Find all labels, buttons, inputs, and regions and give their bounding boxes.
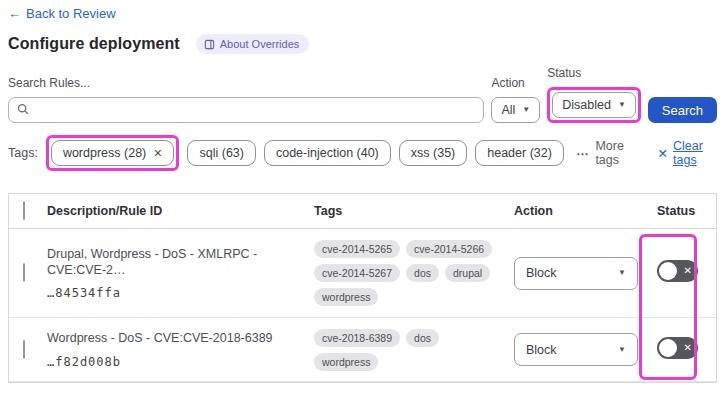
search-rules-label: Search Rules...	[8, 76, 484, 90]
tag-pill: cve-2014-5265	[314, 240, 400, 258]
rule-tags: cve-2014-5265 cve-2014-5266 cve-2014-526…	[314, 240, 514, 306]
column-header-description: Description/Rule ID	[47, 204, 314, 218]
status-label: Status	[547, 66, 641, 80]
action-value: Block	[526, 343, 557, 357]
action-dropdown[interactable]: Block ▼	[514, 333, 638, 366]
clear-x-icon: ✕	[658, 146, 668, 161]
tags-bar: Tags: wordpress (28) ✕ sqli (63) code-in…	[8, 135, 717, 171]
tag-pill: dos	[406, 329, 439, 347]
toggle-off-icon: ✕	[684, 266, 692, 276]
toggle-knob	[659, 262, 677, 280]
tag-pill: wordpress	[314, 353, 378, 371]
action-value: Block	[526, 266, 557, 280]
rule-tags: cve-2018-6389 dos wordpress	[314, 329, 514, 371]
search-rules-box[interactable]	[8, 97, 484, 123]
filter-row: Search Rules... Action All ▼ Status Disa…	[8, 66, 717, 123]
tag-chip-label: header (32)	[487, 146, 552, 160]
tag-chip-label: sqli (63)	[199, 146, 243, 160]
toggle-off-icon: ✕	[684, 343, 692, 353]
tag-pill: cve-2018-6389	[314, 329, 400, 347]
table-row: Wordpress - DoS - CVE:CVE-2018-6389 …f82…	[9, 318, 716, 382]
action-dropdown[interactable]: Block ▼	[514, 257, 638, 290]
tag-pill: drupal	[445, 264, 490, 282]
column-header-status: Status	[657, 204, 716, 218]
tag-pill: cve-2014-5266	[406, 240, 492, 258]
chevron-down-icon: ▼	[618, 346, 626, 354]
toggle-knob	[659, 339, 677, 357]
remove-tag-icon[interactable]: ✕	[153, 147, 162, 160]
rules-table: Description/Rule ID Tags Action Status D…	[8, 193, 717, 383]
rule-description: Wordpress - DoS - CVE:CVE-2018-6389	[47, 330, 300, 346]
search-rules-input[interactable]	[35, 103, 475, 117]
page-header: Configure deployment About Overrides	[8, 34, 717, 54]
search-button[interactable]: Search	[648, 97, 717, 123]
table-row: Drupal, Wordpress - DoS - XMLRPC - CVE:C…	[9, 229, 716, 318]
chevron-down-icon: ▼	[522, 106, 530, 114]
rule-id: …84534ffa	[47, 286, 300, 300]
clear-tags-button[interactable]: ✕ Clear tags	[658, 139, 717, 167]
tag-chip-label: wordpress (28)	[63, 146, 146, 160]
tag-chip-xss[interactable]: xss (35)	[399, 140, 467, 166]
column-header-action: Action	[514, 204, 657, 218]
chevron-down-icon: ▼	[618, 269, 626, 277]
tag-chip-label: code-injection (40)	[276, 146, 379, 160]
about-overrides-badge[interactable]: About Overrides	[196, 34, 309, 54]
row-checkbox[interactable]	[23, 263, 25, 282]
about-overrides-label: About Overrides	[220, 38, 299, 50]
tag-pill: wordpress	[314, 288, 378, 306]
status-filter-dropdown[interactable]: Disabled ▼	[552, 92, 636, 118]
tag-pill: dos	[406, 264, 439, 282]
status-toggle[interactable]: ✕	[657, 260, 698, 282]
tag-chip-label: xss (35)	[411, 146, 455, 160]
rule-description: Drupal, Wordpress - DoS - XMLRPC - CVE:C…	[47, 246, 300, 279]
back-arrow-icon: ←	[8, 6, 21, 21]
row-checkbox[interactable]	[23, 340, 25, 359]
more-tags-button[interactable]: ⋯ More tags	[576, 139, 638, 167]
tag-chip-sqli[interactable]: sqli (63)	[187, 140, 255, 166]
select-all-checkbox[interactable]	[23, 201, 25, 220]
status-highlight-box: Disabled ▼	[547, 87, 641, 123]
page-title: Configure deployment	[8, 35, 180, 53]
status-toggle[interactable]: ✕	[657, 337, 698, 359]
ellipsis-icon: ⋯	[576, 146, 590, 161]
action-filter-value: All	[501, 103, 515, 117]
tag-chip-wordpress[interactable]: wordpress (28) ✕	[51, 140, 175, 166]
rule-id: …f82d008b	[47, 355, 300, 369]
tag-pill: cve-2014-5267	[314, 264, 400, 282]
more-tags-label: More tags	[595, 139, 637, 167]
action-filter-dropdown[interactable]: All ▼	[491, 97, 540, 123]
action-label: Action	[491, 76, 540, 90]
book-icon	[204, 39, 215, 50]
clear-tags-label: Clear tags	[673, 139, 717, 167]
tag-chip-header[interactable]: header (32)	[475, 140, 564, 166]
table-header-row: Description/Rule ID Tags Action Status	[9, 194, 716, 229]
tags-label: Tags:	[8, 146, 38, 160]
back-link-label: Back to Review	[26, 6, 116, 21]
search-icon	[17, 101, 29, 119]
chevron-down-icon: ▼	[618, 101, 626, 109]
back-to-review-link[interactable]: ← Back to Review	[8, 6, 116, 21]
column-header-tags: Tags	[314, 204, 514, 218]
status-filter-value: Disabled	[562, 98, 611, 112]
selected-tag-highlight-box: wordpress (28) ✕	[46, 135, 180, 171]
tag-chip-code-injection[interactable]: code-injection (40)	[264, 140, 391, 166]
